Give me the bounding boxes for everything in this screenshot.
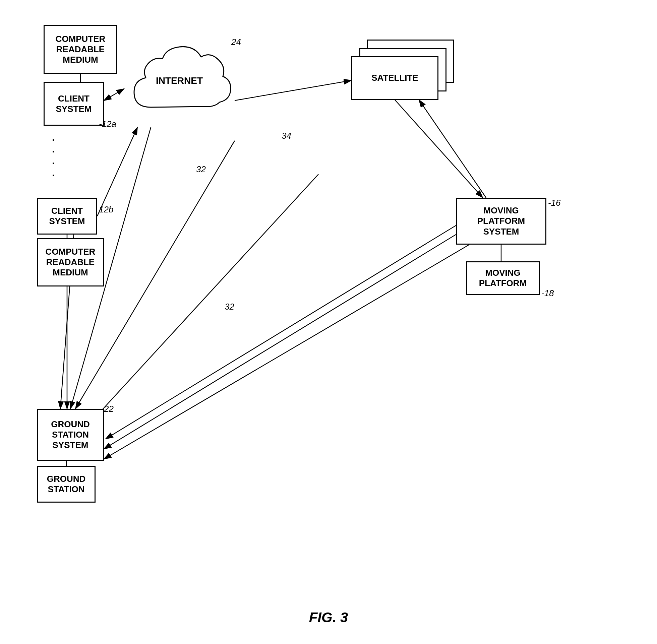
cs-top-label: CLIENT SYSTEM (47, 93, 100, 114)
label-12b: 12b (99, 204, 113, 215)
label-32b: 32 (225, 302, 234, 312)
crm-top-box: COMPUTER READABLE MEDIUM (44, 25, 117, 74)
svg-line-10 (104, 234, 456, 449)
diagram-container: COMPUTER READABLE MEDIUM CLIENT SYSTEM ·… (0, 0, 657, 644)
ground-station-box: GROUND STATION (37, 466, 95, 503)
svg-line-13 (104, 245, 469, 459)
svg-line-14 (235, 80, 351, 100)
svg-line-18 (106, 225, 457, 439)
cs-bottom-label: CLIENT SYSTEM (41, 206, 93, 227)
internet-cloud: INTERNET (124, 40, 235, 127)
ground-station-system-box: GROUND STATION SYSTEM (37, 409, 104, 461)
crm-bottom-label: COMPUTER READABLE MEDIUM (41, 247, 100, 278)
figure-caption: FIG. 3 (309, 610, 348, 626)
cs-top-box: CLIENT SYSTEM (44, 82, 104, 125)
gs-label: GROUND STATION (41, 474, 92, 495)
cs-bottom-box: CLIENT SYSTEM (37, 198, 97, 234)
satellite-box: SATELLITE (351, 56, 438, 100)
label-34: 34 (281, 131, 291, 141)
label-16: -16 (548, 198, 561, 208)
moving-platform-box: MOVING PLATFORM (466, 261, 540, 295)
moving-platform-system-box: MOVING PLATFORM SYSTEM (456, 198, 546, 245)
svg-line-5 (97, 127, 137, 216)
label-32a: 32 (196, 164, 206, 175)
mp-label: MOVING PLATFORM (470, 268, 536, 289)
svg-text:INTERNET: INTERNET (156, 75, 203, 86)
gss-label: GROUND STATION SYSTEM (41, 419, 100, 451)
label-18: -18 (541, 288, 554, 299)
crm-top-label: COMPUTER READABLE MEDIUM (47, 34, 114, 65)
svg-line-4 (104, 89, 124, 100)
label-22: 22 (104, 404, 114, 414)
svg-line-11 (395, 100, 483, 198)
crm-bottom-box: COMPUTER READABLE MEDIUM (37, 238, 104, 286)
dots: ···· (52, 134, 55, 181)
mps-label: MOVING PLATFORM SYSTEM (459, 205, 543, 237)
satellite-label: SATELLITE (371, 73, 418, 83)
svg-line-17 (94, 174, 318, 419)
svg-line-12 (419, 100, 486, 198)
label-24: 24 (231, 37, 241, 47)
label-12a: -12a (99, 119, 116, 129)
